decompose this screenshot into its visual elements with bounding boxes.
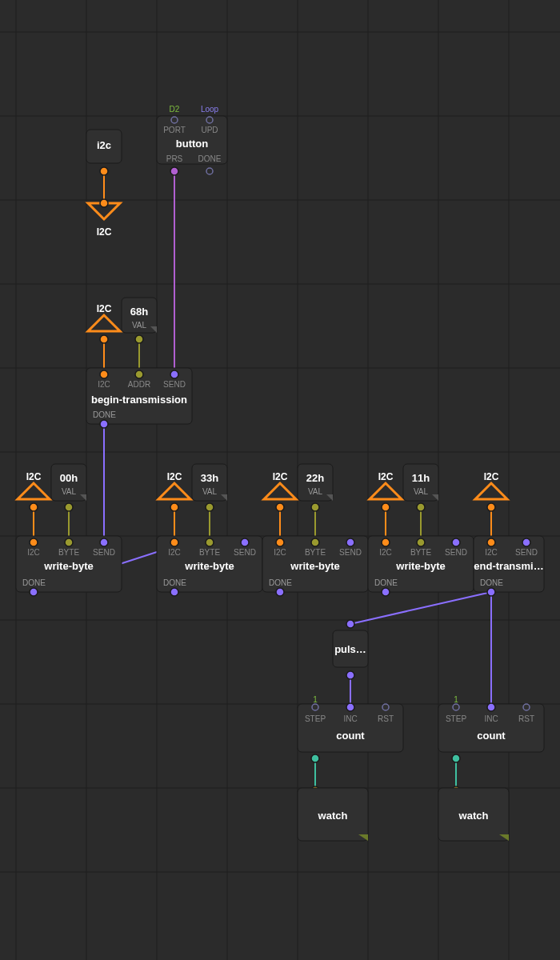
svg-text:SEND: SEND	[445, 548, 467, 557]
svg-text:count: count	[336, 730, 365, 742]
svg-point-61	[30, 538, 38, 546]
svg-text:write-byte: write-byte	[43, 560, 93, 572]
i2c-bus-down[interactable]: I2C	[88, 199, 120, 238]
node-watch-1[interactable]: watch	[298, 786, 368, 841]
svg-text:DONE: DONE	[374, 578, 398, 587]
svg-point-116	[417, 538, 425, 546]
svg-text:Loop: Loop	[201, 105, 219, 114]
svg-point-21	[100, 199, 108, 207]
svg-text:STEP: STEP	[305, 714, 326, 723]
svg-text:UPD: UPD	[201, 126, 218, 134]
node-count-1[interactable]: 1 STEP INC RST count	[298, 695, 403, 762]
svg-point-41	[135, 335, 143, 343]
svg-point-152	[487, 703, 495, 711]
svg-text:RST: RST	[378, 714, 394, 723]
svg-point-134	[487, 588, 495, 596]
svg-point-117	[452, 538, 460, 546]
svg-point-54	[30, 503, 38, 511]
svg-marker-53	[18, 483, 50, 499]
svg-text:RST: RST	[518, 714, 534, 723]
svg-text:VAL: VAL	[62, 487, 77, 496]
svg-text:VAL: VAL	[308, 487, 323, 496]
svg-text:68h: 68h	[130, 306, 148, 318]
svg-text:I2C: I2C	[98, 380, 110, 389]
svg-marker-89	[264, 483, 296, 499]
svg-text:DONE: DONE	[480, 578, 503, 587]
svg-text:INC: INC	[343, 714, 357, 723]
svg-text:puls…: puls…	[334, 643, 366, 655]
svg-point-142	[346, 703, 354, 711]
svg-point-72	[170, 503, 178, 511]
svg-text:D2: D2	[170, 105, 180, 114]
svg-text:SEND: SEND	[93, 548, 115, 557]
svg-text:STEP: STEP	[446, 714, 466, 723]
svg-text:I2C: I2C	[168, 548, 181, 557]
svg-text:BYTE: BYTE	[58, 548, 79, 557]
svg-point-158	[452, 754, 460, 762]
svg-text:22h: 22h	[306, 472, 324, 484]
svg-point-63	[100, 538, 108, 546]
svg-text:33h: 33h	[201, 472, 218, 484]
svg-point-113	[417, 503, 425, 511]
svg-text:ADDR: ADDR	[128, 380, 150, 389]
svg-point-44	[135, 370, 143, 378]
svg-point-62	[65, 538, 73, 546]
svg-text:count: count	[477, 730, 506, 742]
svg-point-128	[487, 538, 495, 546]
svg-marker-71	[158, 483, 190, 499]
svg-text:11h: 11h	[412, 472, 430, 484]
svg-text:DONE: DONE	[269, 578, 292, 587]
svg-text:SEND: SEND	[163, 380, 186, 389]
svg-text:PORT: PORT	[163, 126, 186, 134]
node-pulse[interactable]: puls…	[333, 620, 368, 679]
svg-text:I2C: I2C	[26, 471, 42, 482]
i2c-out-pin[interactable]	[100, 167, 108, 175]
node-begin-transmission[interactable]: I2C ADDR SEND begin-transmission DONE	[86, 368, 192, 428]
svg-point-77	[206, 503, 214, 511]
svg-point-126	[487, 503, 495, 511]
svg-text:DONE: DONE	[163, 578, 186, 587]
svg-point-135	[346, 620, 354, 628]
svg-text:DONE: DONE	[198, 154, 222, 163]
button-prs-pin[interactable]	[170, 167, 178, 175]
svg-text:I2C: I2C	[379, 548, 392, 557]
svg-text:button: button	[176, 138, 208, 150]
svg-point-79	[170, 538, 178, 546]
svg-text:I2C: I2C	[167, 471, 182, 482]
svg-text:I2C: I2C	[273, 471, 288, 482]
svg-text:BYTE: BYTE	[305, 548, 326, 557]
svg-text:INC: INC	[484, 714, 498, 723]
svg-point-43	[100, 370, 108, 378]
svg-text:begin-transmission: begin-transmission	[91, 394, 187, 406]
svg-marker-35	[88, 315, 120, 331]
svg-point-95	[311, 503, 319, 511]
svg-text:BYTE: BYTE	[199, 548, 220, 557]
svg-point-138	[346, 671, 354, 679]
svg-text:SEND: SEND	[339, 548, 362, 557]
svg-text:I2C: I2C	[484, 471, 499, 482]
svg-text:VAL: VAL	[414, 487, 429, 496]
svg-point-45	[170, 370, 178, 378]
node-i2c[interactable]: i2c	[86, 130, 122, 175]
val-68h[interactable]: 68h VAL	[122, 298, 157, 343]
svg-point-51	[100, 420, 108, 428]
svg-text:PRS: PRS	[166, 154, 183, 163]
svg-point-123	[382, 588, 390, 596]
node-button[interactable]: D2 Loop PORT UPD button PRS DONE	[157, 105, 227, 175]
svg-text:VAL: VAL	[132, 321, 147, 330]
svg-text:I2C: I2C	[27, 548, 40, 557]
svg-text:write-byte: write-byte	[290, 560, 339, 572]
node-count-2[interactable]: 1 STEP INC RST count	[438, 695, 544, 762]
svg-text:watch: watch	[458, 810, 489, 822]
i2c-bus-up-bt[interactable]: I2C	[88, 303, 120, 343]
i2c-title: i2c	[97, 139, 111, 151]
svg-text:DONE: DONE	[93, 410, 116, 419]
node-watch-2[interactable]: watch	[438, 786, 509, 841]
svg-point-87	[170, 588, 178, 596]
svg-point-59	[65, 503, 73, 511]
svg-point-129	[522, 538, 530, 546]
svg-text:write-byte: write-byte	[184, 560, 234, 572]
svg-marker-125	[475, 483, 507, 499]
svg-text:I2C: I2C	[378, 471, 394, 482]
svg-point-80	[206, 538, 214, 546]
